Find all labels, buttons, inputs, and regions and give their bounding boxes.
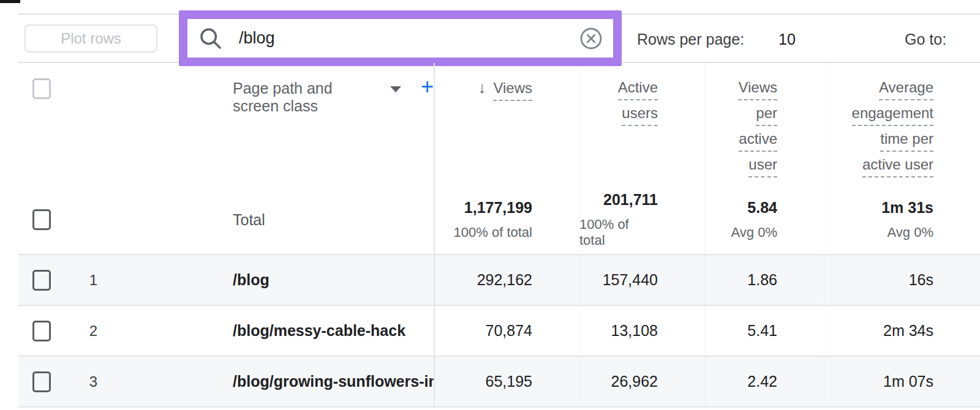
views-per-active-user-value: 1.86 bbox=[704, 255, 824, 305]
views-per-active-user-value: 5.41 bbox=[704, 306, 824, 356]
search-input[interactable]: /blog bbox=[239, 29, 275, 48]
total-row-checkbox[interactable] bbox=[32, 209, 51, 230]
active-users-value: 13,108 bbox=[579, 306, 704, 356]
page-path: /blog bbox=[126, 255, 435, 305]
sort-descending-icon: ↓ bbox=[478, 78, 486, 97]
report-table: Page path and screen class + ↓Views Acti… bbox=[18, 63, 980, 408]
select-all-checkbox[interactable] bbox=[32, 78, 51, 99]
active-users-value: 26,962 bbox=[579, 357, 704, 406]
row-index: 2 bbox=[61, 322, 126, 340]
crop-artifact bbox=[0, 0, 20, 3]
total-row: Total 1,177,199 100% of total 201,711 10… bbox=[18, 185, 980, 255]
dimension-header[interactable]: Page path and screen class bbox=[233, 80, 374, 115]
search-icon bbox=[197, 25, 224, 52]
total-views: 1,177,199 100% of total bbox=[435, 185, 579, 254]
go-to-label: Go to: bbox=[905, 31, 946, 48]
column-header-views[interactable]: ↓Views bbox=[435, 63, 579, 185]
row-index: 1 bbox=[61, 272, 126, 289]
table-header-row: Page path and screen class + ↓Views Acti… bbox=[18, 63, 980, 185]
total-avg-engagement-time: 1m 31s Avg 0% bbox=[824, 185, 980, 254]
views-value: 70,874 bbox=[435, 322, 579, 340]
row-checkbox[interactable] bbox=[32, 371, 51, 392]
avg-engagement-time-value: 16s bbox=[824, 255, 980, 305]
table-row: 3 /blog/growing-sunflowers-in-pots 65,19… bbox=[18, 357, 980, 408]
rows-per-page-label: Rows per page: bbox=[637, 31, 744, 48]
page-path: /blog/messy-cable-hack bbox=[126, 306, 435, 356]
table-row: 1 /blog 292,162 157,440 1.86 16s bbox=[18, 255, 980, 306]
row-checkbox[interactable] bbox=[32, 321, 51, 341]
column-header-avg-engagement-time[interactable]: Average engagement time per active user bbox=[824, 63, 980, 185]
views-value: 65,195 bbox=[435, 373, 579, 390]
table-row: 2 /blog/messy-cable-hack 70,874 13,108 5… bbox=[18, 306, 980, 357]
active-users-value: 157,440 bbox=[579, 255, 704, 305]
views-per-active-user-value: 2.42 bbox=[704, 357, 824, 406]
row-index: 3 bbox=[61, 373, 126, 390]
add-column-icon[interactable]: + bbox=[421, 79, 434, 95]
total-active-users: 201,711 100% of total bbox=[579, 185, 704, 254]
views-value: 292,162 bbox=[435, 271, 579, 289]
rows-per-page-value[interactable]: 10 bbox=[769, 31, 805, 48]
clear-search-icon[interactable] bbox=[579, 26, 603, 51]
dimension-dropdown-icon[interactable] bbox=[390, 86, 401, 92]
plot-rows-button[interactable]: Plot rows bbox=[24, 24, 157, 53]
page-path: /blog/growing-sunflowers-in-pots bbox=[126, 357, 435, 406]
search-box-highlighted[interactable]: /blog bbox=[179, 10, 622, 66]
avg-engagement-time-value: 2m 34s bbox=[824, 306, 980, 356]
total-label: Total bbox=[126, 211, 265, 229]
total-views-per-active-user: 5.84 Avg 0% bbox=[704, 185, 824, 254]
column-header-active-users[interactable]: Active users bbox=[579, 63, 704, 185]
column-header-views-per-active-user[interactable]: Views per active user bbox=[704, 63, 824, 185]
row-checkbox[interactable] bbox=[32, 270, 51, 291]
avg-engagement-time-value: 1m 07s bbox=[824, 357, 980, 406]
